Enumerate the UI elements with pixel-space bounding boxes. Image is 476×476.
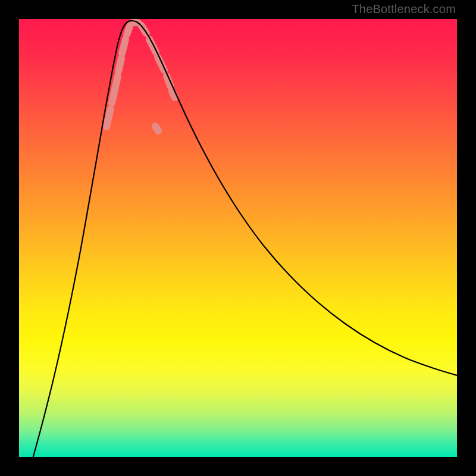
chart-frame: TheBottleneck.com xyxy=(0,0,476,476)
marker-dash xyxy=(172,92,175,98)
marker-dash xyxy=(112,76,118,103)
marker-dashes-group xyxy=(107,23,175,131)
plot-area xyxy=(19,19,457,457)
marker-dash xyxy=(122,39,126,54)
marker-dash xyxy=(158,57,164,70)
curve-layer xyxy=(19,19,457,457)
watermark-text: TheBottleneck.com xyxy=(352,2,456,16)
marker-dash xyxy=(107,109,111,127)
marker-dash xyxy=(155,126,158,131)
marker-dash xyxy=(149,39,156,52)
marker-dash xyxy=(127,25,130,35)
bottleneck-curve xyxy=(32,21,457,457)
marker-dash xyxy=(118,58,121,71)
